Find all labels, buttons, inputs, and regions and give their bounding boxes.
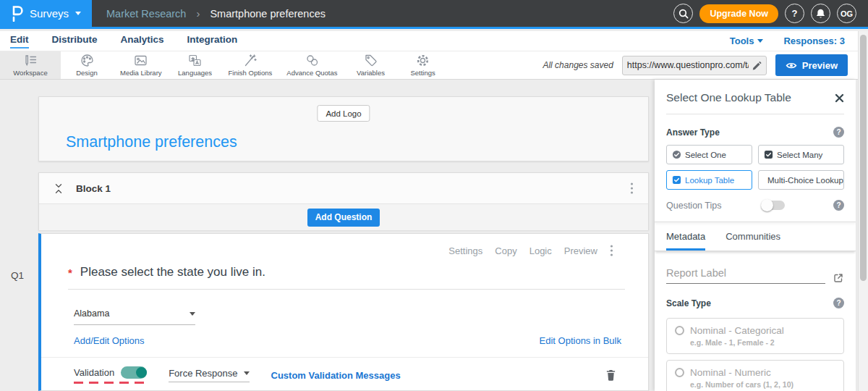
preview-button[interactable]: Preview <box>775 54 848 76</box>
add-edit-options-link[interactable]: Add/Edit Options <box>74 335 145 346</box>
question-actions: Settings Copy Logic Preview <box>448 244 613 257</box>
toolbar-item-settings[interactable]: Settings <box>397 51 449 79</box>
validation-group: Validation <box>74 366 147 384</box>
question-menu-icon[interactable] <box>610 244 613 257</box>
answer-type-options: Select One Select Many Lookup Table <box>666 145 844 190</box>
validation-row: Validation Force Response Custom Validat… <box>74 366 616 384</box>
product-label: Surveys <box>30 7 69 20</box>
toolbar-item-workspace[interactable]: Workspace <box>0 51 61 79</box>
answer-type-lookup-table[interactable]: Lookup Table <box>666 170 752 190</box>
report-label-input[interactable] <box>666 267 825 283</box>
toggle-knob <box>761 199 773 211</box>
answer-type-select-one[interactable]: Select One <box>666 145 752 164</box>
delete-question-icon[interactable] <box>605 369 616 382</box>
editor-toolbar: Workspace Design Media Library <box>0 51 858 80</box>
tab-metadata[interactable]: Metadata <box>666 231 705 251</box>
tab-edit[interactable]: Edit <box>10 34 29 49</box>
palette-icon <box>80 54 95 67</box>
tag-icon <box>363 54 378 67</box>
scale-type-row: Scale Type ? <box>666 298 844 308</box>
tab-analytics[interactable]: Analytics <box>121 34 164 49</box>
answer-type-label: Answer Type <box>666 127 720 138</box>
question-text[interactable]: Please select the state you live in. <box>80 264 265 280</box>
tab-integration[interactable]: Integration <box>187 34 238 49</box>
scale-example: e.g. Male - 1, Female - 2 <box>690 338 835 347</box>
force-response-dropdown[interactable]: Force Response <box>169 368 249 382</box>
scale-option-nominal-numeric[interactable]: Nominal - Numeric e.g. Number of cars (1… <box>666 360 844 391</box>
answer-type-select-many[interactable]: Select Many <box>758 145 844 164</box>
validation-toggle[interactable] <box>121 366 147 379</box>
question-logic-link[interactable]: Logic <box>529 245 552 256</box>
question-settings-panel: Select One Lookup Table Answer Type ? Se… <box>655 80 856 391</box>
question-text-row: * Please select the state you live in. <box>68 264 625 290</box>
toolbar-item-variables[interactable]: Variables <box>345 51 397 79</box>
question-card: Settings Copy Logic Preview * Please sel… <box>38 233 649 391</box>
help-icon[interactable]: ? <box>833 298 844 308</box>
toolbar-item-advance-quotas[interactable]: Advance Quotas <box>279 51 344 79</box>
edit-options-bulk-link[interactable]: Edit Options in Bulk <box>540 335 621 346</box>
toolbar-item-languages[interactable]: Languages <box>169 51 221 79</box>
radio-icon[interactable] <box>675 368 684 377</box>
avatar[interactable]: OG <box>837 4 856 23</box>
add-question-button[interactable]: Add Question <box>307 209 380 227</box>
external-link-icon[interactable] <box>833 272 844 284</box>
add-logo-button[interactable]: Add Logo <box>317 105 370 122</box>
answer-dropdown[interactable]: Alabama <box>74 308 195 325</box>
panel-title: Select One Lookup Table <box>666 91 791 104</box>
gear-icon <box>415 54 430 67</box>
tools-menu[interactable]: Tools <box>730 35 764 46</box>
validation-label: Validation <box>74 367 114 378</box>
answer-type-multi-choice-lookup[interactable]: Multi-Choice Lookup <box>758 170 844 190</box>
upgrade-now-button[interactable]: Upgrade Now <box>699 4 778 23</box>
scale-option-nominal-categorical[interactable]: Nominal - Categorical e.g. Male - 1, Fem… <box>666 318 844 354</box>
survey-title[interactable]: Smartphone preferences <box>66 133 237 151</box>
force-response-label: Force Response <box>169 368 237 379</box>
breadcrumb-folder[interactable]: Market Research <box>106 8 186 20</box>
question-copy-link[interactable]: Copy <box>495 245 516 256</box>
question-settings-link[interactable]: Settings <box>448 245 482 256</box>
search-button[interactable] <box>673 4 693 23</box>
question-tips-label: Question Tips <box>666 201 721 211</box>
toolbar-item-design[interactable]: Design <box>61 51 113 79</box>
block-menu-icon[interactable] <box>630 182 634 195</box>
panel-divider <box>666 114 844 114</box>
main-nav: Edit Distribute Analytics Integration To… <box>0 31 858 51</box>
scrollbar-thumb[interactable] <box>860 35 867 281</box>
question-option-links: Add/Edit Options Edit Options in Bulk <box>74 335 621 346</box>
eye-icon <box>786 62 797 70</box>
toolbar-item-media-library[interactable]: Media Library <box>113 51 169 79</box>
block-title[interactable]: Block 1 <box>76 183 111 194</box>
help-button[interactable]: ? <box>785 4 804 23</box>
required-marker: * <box>68 264 72 279</box>
translate-icon <box>187 54 203 67</box>
tab-communities[interactable]: Communities <box>726 231 780 251</box>
report-label-field <box>666 266 825 284</box>
block-card: Block 1 Add Question <box>38 172 649 230</box>
collapse-icon[interactable] <box>54 182 64 195</box>
toolbar-item-finish-options[interactable]: Finish Options <box>221 51 280 79</box>
bell-icon <box>815 8 826 20</box>
responses-link[interactable]: Responses: 3 <box>783 35 845 46</box>
radio-icon[interactable] <box>675 326 684 335</box>
chevron-down-icon <box>190 312 195 316</box>
help-icon[interactable]: ? <box>833 127 844 138</box>
close-icon[interactable] <box>835 93 844 103</box>
questionpro-logo-icon <box>11 6 23 22</box>
add-question-strip: Add Question <box>39 204 648 230</box>
question-preview-link[interactable]: Preview <box>564 245 597 256</box>
top-header: Surveys Market Research › Smartphone pre… <box>0 0 868 29</box>
edit-pencil-icon[interactable] <box>752 60 762 71</box>
custom-validation-link[interactable]: Custom Validation Messages <box>271 370 401 381</box>
tab-distribute[interactable]: Distribute <box>52 34 98 49</box>
chevron-down-icon <box>244 371 250 375</box>
survey-url-input[interactable] <box>627 60 749 70</box>
page-scrollbar[interactable] <box>858 31 868 391</box>
answer-dropdown-value: Alabama <box>74 308 109 319</box>
block-header: Block 1 <box>39 173 648 204</box>
surveys-menu[interactable]: Surveys <box>0 0 92 28</box>
panel-tabs: Metadata Communities <box>655 222 856 251</box>
notifications-button[interactable] <box>811 4 830 23</box>
toolbar-right: All changes saved Preview <box>542 51 858 79</box>
question-tips-toggle[interactable] <box>763 201 785 210</box>
help-icon[interactable]: ? <box>833 200 844 211</box>
